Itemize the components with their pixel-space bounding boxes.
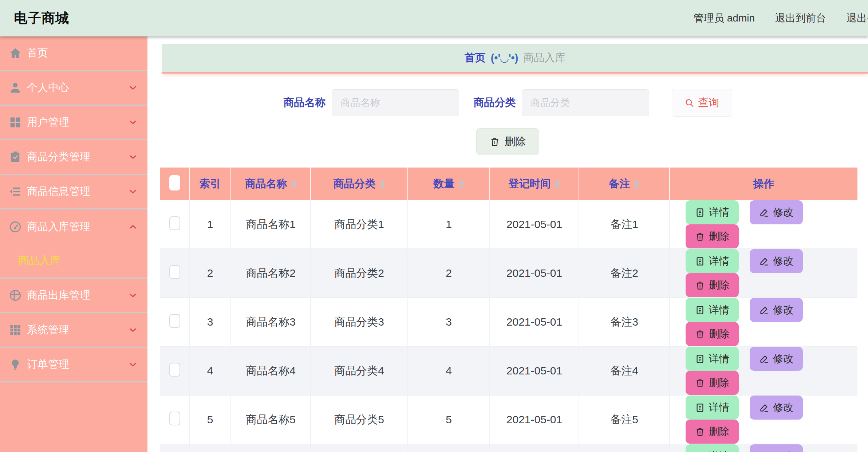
cell-quantity: 1 (408, 200, 490, 249)
edit-button[interactable]: 修改 (750, 200, 803, 224)
query-button-label: 查询 (698, 95, 719, 110)
row-checkbox[interactable] (169, 412, 180, 425)
sort-icon (634, 180, 640, 189)
cell-actions: 详情 修改 删除 (670, 200, 857, 249)
trash-icon (695, 329, 705, 339)
column-header[interactable]: 商品分类 (311, 168, 408, 200)
chevron-down-icon (128, 83, 138, 93)
delete-button[interactable]: 删除 (686, 371, 739, 395)
sidebar-item-gauge[interactable]: 商品入库管理 (0, 209, 147, 244)
sidebar-item-label: 商品信息管理 (27, 184, 128, 199)
breadcrumb: 首页 (•'◡'•) 商品入库 (162, 44, 868, 74)
table-row: 3 商品名称3 商品分类3 3 2021-05-01 备注3 详情 修改 删除 (160, 298, 857, 346)
table-header-row: 索引商品名称商品分类数量登记时间备注操作 (160, 168, 857, 200)
chevron-down-icon (128, 186, 138, 197)
document-icon (695, 354, 705, 364)
trash-icon (695, 427, 705, 437)
cell-register-date: 2021-05-01 (490, 444, 579, 452)
document-icon (695, 256, 705, 266)
edit-button[interactable]: 修改 (750, 347, 803, 371)
cell-product-category: 商品分类4 (311, 346, 408, 395)
detail-button[interactable]: 详情 (686, 200, 739, 224)
trash-icon (695, 232, 705, 241)
document-icon (695, 403, 705, 413)
edit-button[interactable]: 修改 (750, 249, 803, 273)
cell-quantity: 2 (408, 249, 490, 298)
cell-index: 6 (189, 444, 231, 452)
cell-quantity: 6 (408, 444, 490, 452)
cell-register-date: 2021-05-01 (490, 298, 579, 346)
table-row: 1 商品名称1 商品分类1 1 2021-05-01 备注1 详情 修改 删除 (160, 200, 857, 249)
query-button[interactable]: 查询 (672, 89, 732, 117)
pencil-icon (759, 354, 769, 364)
cell-product-category: 商品分类2 (311, 249, 408, 298)
chevron-down-icon (128, 325, 138, 335)
cell-note: 备注5 (579, 395, 670, 444)
column-header[interactable]: 商品名称 (231, 168, 311, 200)
column-header[interactable]: 备注 (579, 168, 670, 200)
chevron-down-icon (128, 359, 138, 370)
cell-product-name: 商品名称1 (231, 200, 311, 249)
cell-product-name: 商品名称5 (231, 395, 311, 444)
cell-register-date: 2021-05-01 (490, 200, 579, 249)
sidebar-item-list[interactable]: 商品信息管理 (0, 175, 147, 209)
sidebar-item-grid2[interactable]: 用户管理 (0, 106, 147, 140)
edit-button[interactable]: 修改 (750, 298, 803, 322)
sidebar-item-label: 首页 (27, 46, 138, 60)
row-checkbox[interactable] (169, 216, 180, 230)
delete-button[interactable]: 删除 (686, 420, 739, 444)
cell-actions: 详情 修改 删除 (670, 298, 857, 346)
sidebar-menu: 首页 个人中心 用户管理 商品分类管理 商品信息管理 商品入库管理 商品入库 商… (0, 36, 147, 382)
user-icon (9, 81, 22, 94)
detail-button[interactable]: 详情 (686, 347, 739, 371)
sidebar-item-label: 个人中心 (27, 80, 128, 95)
edit-button[interactable]: 修改 (750, 444, 803, 452)
list-icon (9, 185, 22, 198)
sidebar-item-compass[interactable]: 商品出库管理 (0, 279, 147, 313)
sidebar-item-label: 商品分类管理 (27, 150, 128, 164)
pencil-icon (759, 208, 769, 217)
bulk-delete-button[interactable]: 删除 (476, 128, 539, 155)
row-checkbox[interactable] (169, 314, 180, 328)
cell-product-category: 商品分类1 (311, 200, 408, 249)
row-checkbox[interactable] (169, 265, 180, 279)
cell-index: 5 (189, 395, 231, 444)
breadcrumb-home-link[interactable]: 首页 (465, 51, 486, 65)
detail-button[interactable]: 详情 (686, 249, 739, 273)
cell-product-name: 商品名称4 (231, 346, 311, 395)
row-checkbox[interactable] (169, 363, 180, 377)
sidebar-item-home[interactable]: 首页 (0, 36, 147, 71)
sidebar-item-clipboard[interactable]: 商品分类管理 (0, 140, 147, 175)
search-icon (684, 98, 694, 108)
detail-button[interactable]: 详情 (686, 444, 739, 452)
column-header[interactable]: 数量 (408, 168, 490, 200)
sidebar-item-label: 商品入库管理 (27, 220, 128, 234)
select-all-checkbox[interactable] (169, 175, 180, 190)
sidebar-item-user[interactable]: 个人中心 (0, 71, 147, 106)
sidebar-subitem[interactable]: 商品入库 (0, 244, 147, 279)
sidebar-item-bulb[interactable]: 订单管理 (0, 348, 147, 382)
document-icon (695, 208, 705, 217)
detail-button[interactable]: 详情 (686, 298, 739, 322)
home-icon (9, 47, 22, 60)
delete-button[interactable]: 删除 (686, 322, 739, 346)
cell-note: 备注6 (579, 444, 670, 452)
sort-icon (379, 180, 385, 189)
edit-button[interactable]: 修改 (750, 396, 803, 420)
product-name-input[interactable] (332, 89, 459, 116)
products-table: 索引商品名称商品分类数量登记时间备注操作 1 商品名称1 商品分类1 1 202… (160, 168, 857, 452)
sort-icon (291, 180, 297, 189)
sidebar-subitem-label: 商品入库 (18, 253, 60, 268)
breadcrumb-separator: (•'◡'•) (491, 52, 518, 64)
delete-button[interactable]: 删除 (686, 273, 739, 297)
detail-button[interactable]: 详情 (686, 396, 739, 420)
exit-to-front-link[interactable]: 退出到前台 (775, 11, 826, 25)
product-category-input[interactable] (522, 89, 649, 116)
cell-note: 备注4 (579, 346, 670, 395)
logout-link[interactable]: 退出登录 (847, 11, 868, 25)
column-header[interactable]: 登记时间 (490, 168, 579, 200)
compass-icon (9, 289, 22, 302)
admin-user-link[interactable]: 管理员 admin (694, 11, 755, 25)
sidebar-item-grid3[interactable]: 系统管理 (0, 313, 147, 348)
delete-button[interactable]: 删除 (686, 224, 739, 248)
